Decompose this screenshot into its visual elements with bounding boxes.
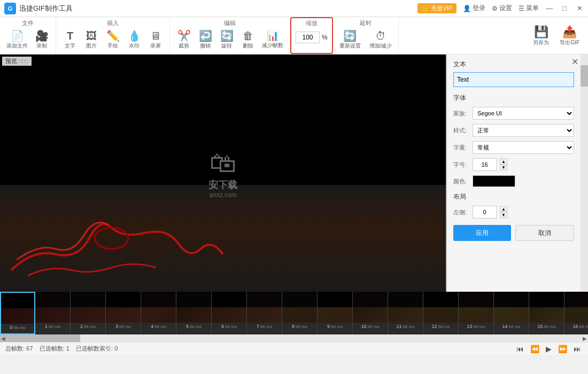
timeline-frame[interactable]: 6 66 ms xyxy=(212,292,247,334)
scroll-left-arrow[interactable]: ◀ xyxy=(1,336,5,341)
save-as-button[interactable]: 💾 另存为 xyxy=(529,23,553,49)
timeline-frame[interactable]: 4 66 ms xyxy=(141,292,176,334)
toolbar-group-zoom: 缩放 % xyxy=(290,17,333,54)
goto-first-button[interactable]: ⏮ xyxy=(515,345,525,353)
zoom-input[interactable] xyxy=(296,32,320,43)
font-size-down-button[interactable]: ▼ xyxy=(500,165,507,170)
font-weight-select[interactable]: 常规 粗体 细体 xyxy=(473,141,574,154)
delete-icon: 🗑 xyxy=(243,30,253,41)
timeline-frame[interactable]: 3 66 ms xyxy=(106,292,141,334)
font-size-input[interactable] xyxy=(473,158,497,171)
timeline-frame[interactable]: 1 66 ms xyxy=(35,292,71,334)
adjust-delay-button[interactable]: ⏱ 增加/减少 xyxy=(367,29,394,51)
timeline-frame[interactable]: 0 66 ms xyxy=(0,292,35,334)
watermark-icon: 💧 xyxy=(128,30,141,41)
cancel-button[interactable]: 取消 xyxy=(515,225,574,241)
text-input-field[interactable] xyxy=(453,72,574,87)
layout-left-input[interactable] xyxy=(473,206,497,219)
timeline-frame-image xyxy=(106,292,141,323)
timeline-frame[interactable]: 5 66 ms xyxy=(176,292,212,334)
timeline-frame-image xyxy=(176,292,211,323)
toolbar-insert-items: T 文字 🖼 图片 ✏️ 手绘 💧 水印 🖥 录屏 xyxy=(60,29,165,51)
layout-left-up-button[interactable]: ▲ xyxy=(500,206,507,212)
timeline-frame-label: 11 66 ms xyxy=(397,323,415,330)
timeline-frame-image xyxy=(459,292,493,323)
image-insert-button[interactable]: 🖼 图片 xyxy=(82,29,101,51)
right-panel-scrollthumb[interactable] xyxy=(581,65,588,87)
timeline-frame[interactable]: 16 66 ms xyxy=(564,292,588,334)
status-bar: 总帧数: 67 已选帧数: 1 已选帧数索引: 0 ⏮ ⏪ ▶ ⏩ ⏭ xyxy=(0,342,588,355)
maximize-button[interactable]: □ xyxy=(560,4,569,13)
draw-button[interactable]: ✏️ 手绘 xyxy=(103,29,122,51)
timeline-frame[interactable]: 12 66 ms xyxy=(423,292,459,334)
prev-frame-button[interactable]: ⏪ xyxy=(529,345,541,353)
timeline-frame-image xyxy=(494,292,529,323)
layout-section-title: 布局 xyxy=(453,192,574,201)
color-picker-button[interactable] xyxy=(473,175,515,187)
timeline-frame[interactable]: 7 66 ms xyxy=(247,292,282,334)
timeline-frame[interactable]: 9 66 ms xyxy=(318,292,353,334)
toolbar-group-insert-label: 插入 xyxy=(107,19,119,27)
selected-index-label: 已选帧数索引: 0 xyxy=(76,345,118,352)
timeline-frame[interactable]: 2 66 ms xyxy=(71,292,106,334)
timeline-scrollthumb[interactable] xyxy=(0,334,80,342)
settings-button[interactable]: ⚙ 设置 xyxy=(492,4,512,13)
font-family-select[interactable]: Segoe UI Arial 微软雅黑 宋体 xyxy=(473,107,574,120)
export-gif-button[interactable]: 📤 导出GIF xyxy=(555,23,584,49)
layout-left-down-button[interactable]: ▼ xyxy=(500,212,507,218)
preview-canvas: 🛍 安下载 anxz.com xyxy=(0,54,446,292)
screen-record-button[interactable]: 🖥 录屏 xyxy=(146,29,165,51)
watermark-button[interactable]: 💧 水印 xyxy=(125,29,144,51)
reduce-frames-button[interactable]: 📊 减少帧数 xyxy=(260,30,285,50)
menu-button[interactable]: ☰ 菜单 xyxy=(519,4,539,13)
right-panel-scrollbar[interactable] xyxy=(581,54,588,292)
preview-pane: 预览 □□□ 🛍 安下载 anxz.com xyxy=(0,54,446,292)
font-style-select[interactable]: 正常 斜体 粗体 xyxy=(473,124,574,137)
rotate-button[interactable]: 🔄 旋转 xyxy=(217,29,236,51)
timeline-frame-image xyxy=(141,292,176,323)
text-label: 文字 xyxy=(65,42,75,50)
timeline-scrollbar[interactable]: ◀ ▶ xyxy=(0,334,588,342)
crop-button[interactable]: ✂️ 裁剪 xyxy=(174,29,194,51)
undo-button[interactable]: ↩️ 撤销 xyxy=(196,29,215,51)
font-family-label: 家族: xyxy=(453,110,469,118)
timeline-frame[interactable]: 8 66 ms xyxy=(282,292,318,334)
close-button[interactable]: ✕ xyxy=(575,4,584,13)
font-size-up-button[interactable]: ▲ xyxy=(500,159,507,165)
toolbar-group-delay-label: 延时 xyxy=(360,19,372,27)
save-as-label: 另存为 xyxy=(533,39,549,46)
goto-last-button[interactable]: ⏭ xyxy=(572,345,583,353)
timeline-frame-label: 2 66 ms xyxy=(80,323,96,330)
timeline-frame-image xyxy=(353,292,388,323)
panel-close-button[interactable]: ✕ xyxy=(571,57,578,67)
text-icon: T xyxy=(67,30,73,41)
apply-button[interactable]: 应用 xyxy=(453,225,511,241)
timeline-frame-image xyxy=(247,292,282,323)
timeline-frame-label: 16 66 ms xyxy=(573,323,588,330)
watermark: 🛍 安下载 anxz.com xyxy=(208,147,237,199)
font-style-row: 样式: 正常 斜体 粗体 xyxy=(453,124,574,137)
font-color-row: 颜色: xyxy=(453,175,574,187)
timeline-frame[interactable]: 11 66 ms xyxy=(388,292,423,334)
play-button[interactable]: ▶ xyxy=(544,345,553,353)
font-weight-label: 字重: xyxy=(453,144,469,152)
toolbar-group-file: 文件 📄 添加文件 🎥 录制 xyxy=(0,17,56,54)
delete-button[interactable]: 🗑 删除 xyxy=(238,29,258,51)
timeline-frame[interactable]: 13 66 ms xyxy=(459,292,494,334)
reset-delay-button[interactable]: 🔄 重新设置 xyxy=(337,29,363,51)
add-file-button[interactable]: 📄 添加文件 xyxy=(4,29,30,51)
scroll-right-arrow[interactable]: ▶ xyxy=(583,336,587,341)
minimize-button[interactable]: — xyxy=(545,4,554,13)
timeline-frame[interactable]: 10 66 ms xyxy=(353,292,388,334)
timeline-frame-image xyxy=(318,292,352,323)
main-area: 预览 □□□ 🛍 安下载 anxz.com ✕ xyxy=(0,54,588,292)
next-frame-button[interactable]: ⏩ xyxy=(556,345,569,353)
toolbar: 文件 📄 添加文件 🎥 录制 插入 T 文字 🖼 图片 ✏️ xyxy=(0,17,588,54)
timeline-frame[interactable]: 14 66 ms xyxy=(494,292,529,334)
vip-button[interactable]: 👑 充值VIP xyxy=(417,3,457,13)
text-insert-button[interactable]: T 文字 xyxy=(60,29,80,51)
timeline-frame[interactable]: 15 66 ms xyxy=(529,292,564,334)
login-button[interactable]: 👤 登录 xyxy=(463,4,485,13)
record-button[interactable]: 🎥 录制 xyxy=(32,29,51,51)
save-as-icon: 💾 xyxy=(534,25,548,39)
